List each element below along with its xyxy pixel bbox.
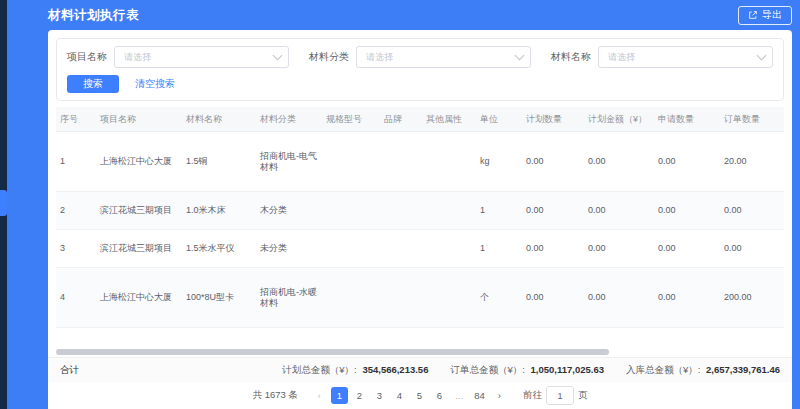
filter-actions: 搜索 清空搜索 [67,75,773,93]
table-cell: 上海松江中心大厦 [96,268,182,328]
table-cell: 1 [476,230,522,268]
project-name-select[interactable] [114,46,289,68]
order-total-value: 1,050,117,025.63 [531,364,604,375]
table-cell: 上海松江中心大厦 [96,132,182,192]
table-cell: 招商机电-水暖材料 [256,328,322,347]
column-header: 计划数量 [522,107,584,132]
page-button[interactable]: 1 [331,387,348,404]
material-category-label: 材料分类 [309,50,349,64]
table-cell: 滨江花城三期项目 [96,230,182,268]
table-cell: 1 [56,132,96,192]
horizontal-scrollbar-thumb[interactable] [56,349,609,355]
table-cell [322,192,380,230]
chevron-down-icon [757,51,767,61]
plan-total: 计划总金额（¥）: 354,566,213.56 [282,364,428,377]
chevron-down-icon [273,51,283,61]
sidebar-handle[interactable] [0,190,7,216]
plan-total-value: 354,566,213.56 [362,364,428,375]
table-cell: 200.00 [720,268,784,328]
page-button[interactable]: 2 [351,387,368,404]
table-cell: 1.5米水平仪 [182,230,256,268]
table-cell [322,230,380,268]
app-screen: 材料计划执行表 导出 项目名称 [0,0,800,409]
column-header: 材料名称 [182,107,256,132]
column-header: 规格型号 [322,107,380,132]
inbound-total-value: 2,657,339,761.46 [706,364,780,375]
table-cell [380,132,422,192]
table-cell: 0.00 [522,230,584,268]
content-card: 项目名称 材料分类 材料名称 [48,30,792,409]
table-cell [380,192,422,230]
table-cell: DN100 [322,328,380,347]
material-name-select[interactable] [598,46,773,68]
clear-search-button[interactable]: 清空搜索 [135,77,175,91]
table-cell: 根 [476,328,522,347]
table-cell: 0.00 [522,192,584,230]
table-cell: 3 [56,230,96,268]
table-cell [380,268,422,328]
table-cell: 90.00 [720,328,784,347]
page-button[interactable]: 4 [391,387,408,404]
table-cell: 0.00 [584,230,654,268]
goto-prefix: 前往 [523,389,542,402]
page-title: 材料计划执行表 [48,7,139,24]
table-cell: 招商机电-电气材料 [256,132,322,192]
column-header: 项目名称 [96,107,182,132]
page-button[interactable]: 6 [431,387,448,404]
table-cell [422,268,476,328]
export-button[interactable]: 导出 [738,6,792,25]
filter-row: 项目名称 材料分类 材料名称 [67,46,773,68]
filter-category: 材料分类 [309,46,531,68]
column-header: 订单数量 [720,107,784,132]
next-page-button[interactable]: › [491,387,508,404]
table-cell: 1.0米木床 [182,192,256,230]
table-cell [422,192,476,230]
table-cell: 0.00 [584,268,654,328]
prev-page-button[interactable]: ‹ [311,387,328,404]
page-button[interactable]: 84 [471,387,488,404]
pagination: 共 1673 条 ‹ 123456...84 › 前往 页 [48,382,792,409]
page-button[interactable]: 3 [371,387,388,404]
goto-page-input[interactable] [546,386,574,405]
table-cell: 1.5铜 [182,132,256,192]
material-category-select[interactable] [356,46,531,68]
collapsed-sidebar [0,0,7,409]
inbound-total-label: 入库总金额（¥）: [626,364,700,375]
column-header: 申请数量 [654,107,720,132]
page-buttons: 123456...84 [331,387,488,404]
table-row: 3滨江花城三期项目1.5米水平仪未分类10.000.000.000.000.00 [56,230,784,268]
top-header: 材料计划执行表 导出 [48,0,792,30]
column-header: 其他属性 [422,107,476,132]
table-cell: 个 [476,268,522,328]
page-button[interactable]: 5 [411,387,428,404]
table-cell [380,328,422,347]
table-cell: 0.00 [654,132,720,192]
plan-total-label: 计划总金额（¥）: [282,364,356,375]
material-name-input[interactable] [606,51,758,63]
table-cell: 0.00 [522,132,584,192]
material-name-label: 材料名称 [551,50,591,64]
table-cell: 0.00 [522,268,584,328]
table-cell [422,132,476,192]
table-cell: 0.00 [654,192,720,230]
export-label: 导出 [762,8,782,22]
table-cell [322,132,380,192]
table-cell [422,230,476,268]
column-header: 序号 [56,107,96,132]
table-cell: 0.00 [720,230,784,268]
table-row: 1上海松江中心大厦1.5铜招商机电-电气材料kg0.000.000.0020.0… [56,132,784,192]
column-header: 单位 [476,107,522,132]
summary-row: 合计 计划总金额（¥）: 354,566,213.56 订单总金额（¥）: 1,… [48,357,792,382]
material-category-input[interactable] [364,51,516,63]
chevron-down-icon [515,51,525,61]
table-cell: 0.00 [654,230,720,268]
table-cell: 0.00 [584,192,654,230]
table-cell: 木分类 [256,192,322,230]
table-row: 5上海松江中心大厦100镀锌管卡招商机电-水暖材料DN100根0.000.000… [56,328,784,347]
search-button[interactable]: 搜索 [67,75,119,93]
table-cell: 0.00 [584,328,654,347]
project-name-label: 项目名称 [67,50,107,64]
table-cell [380,230,422,268]
table-header-row: 序号项目名称材料名称材料分类规格型号品牌其他属性单位计划数量计划金额（¥）申请数… [56,107,784,132]
project-name-input[interactable] [122,51,274,63]
